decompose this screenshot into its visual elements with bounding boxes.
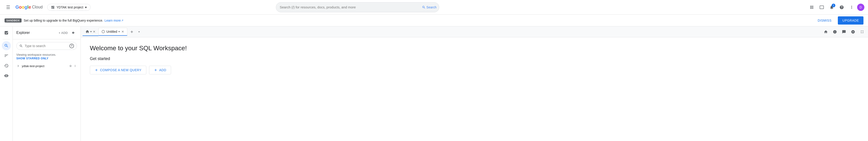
explorer-panel: Explorer + ADD ? Viewing workspace resou… xyxy=(13,26,81,141)
project-star-icon[interactable] xyxy=(69,64,72,68)
tab-home[interactable]: ▾ xyxy=(83,28,98,36)
main-layout: Explorer + ADD ? Viewing workspace resou… xyxy=(0,26,868,141)
monitoring-icon xyxy=(4,30,9,35)
search-btn-label: Search xyxy=(427,5,436,9)
monitoring-sidebar-btn[interactable] xyxy=(2,28,11,37)
menu-button[interactable]: ☰ xyxy=(4,3,13,12)
tab-query-label: Untitled xyxy=(106,30,117,33)
search-bar: Search xyxy=(276,2,439,12)
explorer-search: ? xyxy=(13,39,81,52)
tabs-bar: ▾ Untitled ▾ xyxy=(81,26,868,37)
workspace-content: Welcome to your SQL Workspace! Get start… xyxy=(81,37,868,141)
search-sidebar-btn[interactable] xyxy=(2,41,11,50)
add-btn-label: ADD xyxy=(159,68,166,72)
help-icon xyxy=(839,5,844,9)
show-starred-button[interactable]: SHOW STARRED ONLY xyxy=(16,57,49,60)
history-sidebar-icon xyxy=(4,64,9,68)
project-selector[interactable]: YDTAK test project ▾ xyxy=(47,4,91,11)
compose-btn-label: COMPOSE A NEW QUERY xyxy=(100,68,142,72)
help-button[interactable] xyxy=(837,3,846,12)
add-secondary-button[interactable]: ADD xyxy=(149,66,171,74)
icon-sidebar xyxy=(0,26,13,141)
workspace-info: Viewing workspace resources. SHOW STARRE… xyxy=(13,52,81,62)
explorer-search-input[interactable] xyxy=(25,44,68,48)
star-sidebar-btn[interactable] xyxy=(2,71,11,80)
profile-icon xyxy=(819,5,824,9)
tabs-expand-btn[interactable] xyxy=(858,28,866,36)
project-row-actions xyxy=(69,64,77,68)
tabs-chat-btn[interactable] xyxy=(840,28,848,36)
star-sidebar-icon xyxy=(4,73,9,78)
tabs-home-icon xyxy=(824,30,828,34)
dismiss-button[interactable]: DISMISS xyxy=(814,17,835,24)
compose-btn-plus-icon xyxy=(95,68,98,72)
sandbox-message: Set up billing to upgrade to the full Bi… xyxy=(24,19,103,22)
collapse-icon xyxy=(71,31,75,35)
home-tab-close[interactable] xyxy=(93,30,96,33)
explorer-search-wrap: ? xyxy=(16,42,77,50)
tabs-right-actions xyxy=(822,28,866,36)
profile-button[interactable] xyxy=(817,3,826,12)
project-icon xyxy=(51,5,55,9)
filter-sidebar-icon xyxy=(4,53,9,58)
notification-button[interactable]: 1 xyxy=(827,3,836,12)
sandbox-bar: SANDBOX Set up billing to upgrade to the… xyxy=(0,15,868,26)
tabs-tip-icon xyxy=(851,30,855,34)
tabs-tip-btn[interactable] xyxy=(849,28,857,36)
tabs-chat-icon xyxy=(842,30,846,34)
chevron-right-icon xyxy=(16,64,20,68)
get-started-title: Get started xyxy=(90,56,859,61)
add-btn-plus-icon xyxy=(154,68,157,72)
external-link-icon: ↗ xyxy=(121,19,123,22)
upgrade-button[interactable]: UPGRADE xyxy=(838,16,864,25)
avatar-initial: D xyxy=(860,5,862,9)
tab-query-untitled[interactable]: Untitled ▾ xyxy=(98,28,127,36)
history-sidebar-btn[interactable] xyxy=(2,61,11,70)
tabs-home-btn[interactable] xyxy=(822,28,830,36)
action-buttons: COMPOSE A NEW QUERY ADD xyxy=(90,66,859,74)
explorer-add-button[interactable]: + ADD xyxy=(57,30,70,36)
top-nav: ☰ Google Cloud YDTAK test project ▾ Sear… xyxy=(0,0,868,15)
menu-icon: ☰ xyxy=(6,4,10,10)
explorer-header: Explorer + ADD xyxy=(13,26,81,39)
tabs-info-icon xyxy=(833,30,837,34)
home-tab-icon xyxy=(85,29,89,34)
explorer-search-icon xyxy=(19,44,23,48)
sandbox-actions: DISMISS UPGRADE xyxy=(814,16,864,25)
tab-more-button[interactable] xyxy=(135,28,143,36)
project-tree: ydtak-test-project xyxy=(13,62,81,70)
more-icon xyxy=(849,5,854,9)
tab-more-icon xyxy=(137,30,141,34)
add-tab-button[interactable] xyxy=(128,28,135,36)
google-cloud-logo[interactable]: Google Cloud xyxy=(16,4,43,10)
nav-right: 1 D xyxy=(807,3,864,12)
tab-query-dropdown[interactable]: ▾ xyxy=(118,30,120,33)
logo-cloud-text: Cloud xyxy=(32,5,43,9)
project-more-icon[interactable] xyxy=(73,64,77,68)
home-tab-dropdown[interactable]: ▾ xyxy=(90,30,92,33)
apps-icon xyxy=(809,5,814,9)
query-tab-icon xyxy=(101,30,105,33)
explorer-help-icon[interactable]: ? xyxy=(69,44,74,48)
compose-new-query-button[interactable]: COMPOSE A NEW QUERY xyxy=(90,66,146,74)
search-sidebar-icon xyxy=(4,43,9,48)
search-button[interactable]: Search xyxy=(422,5,436,9)
learn-more-link[interactable]: Learn more xyxy=(104,19,121,22)
project-name: ydtak-test-project xyxy=(22,64,67,68)
tabs-info-btn[interactable] xyxy=(831,28,839,36)
apps-button[interactable] xyxy=(807,3,816,12)
sandbox-badge: SANDBOX xyxy=(4,18,22,23)
project-name: YDTAK test project xyxy=(57,5,83,9)
tabs-expand-icon xyxy=(860,30,864,34)
filter-sidebar-btn[interactable] xyxy=(2,51,11,60)
explorer-collapse-button[interactable] xyxy=(70,29,77,37)
explorer-title: Explorer xyxy=(16,31,57,35)
svg-point-0 xyxy=(102,30,104,33)
workspace-title: Welcome to your SQL Workspace! xyxy=(90,45,859,52)
search-input[interactable] xyxy=(276,2,439,12)
project-row[interactable]: ydtak-test-project xyxy=(14,63,79,69)
avatar-button[interactable]: D xyxy=(857,4,864,11)
search-icon xyxy=(422,5,426,9)
more-button[interactable] xyxy=(847,3,856,12)
tab-query-close[interactable] xyxy=(121,30,124,33)
